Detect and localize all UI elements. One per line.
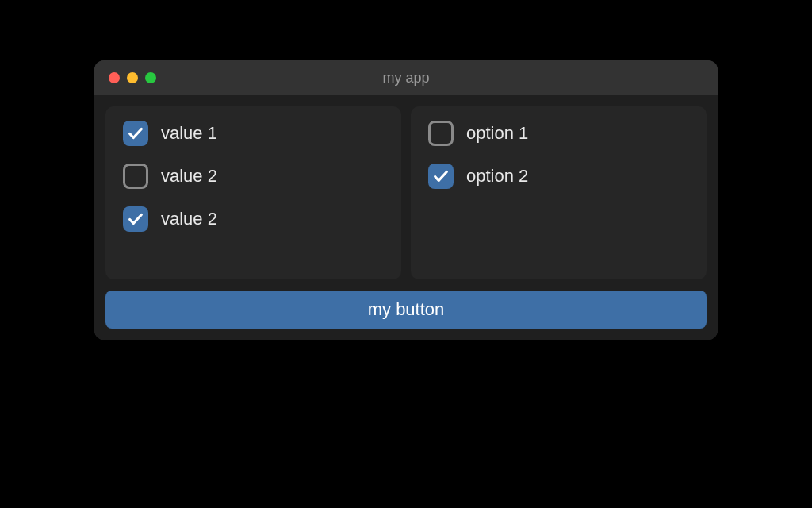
checkbox-icon: [123, 206, 148, 232]
checkbox-value-2b[interactable]: value 2: [123, 206, 384, 232]
checkbox-value-1[interactable]: value 1: [123, 121, 384, 146]
left-panel: value 1 value 2 value 2: [105, 106, 401, 279]
window-title: my app: [94, 70, 718, 87]
checkbox-label: option 1: [466, 123, 528, 144]
right-panel: option 1 option 2: [411, 106, 707, 279]
window-content: value 1 value 2 value 2 option 1: [94, 95, 718, 340]
check-icon: [127, 125, 144, 142]
my-button[interactable]: my button: [105, 291, 707, 329]
check-icon: [127, 210, 144, 228]
app-window: my app value 1 value 2 val: [94, 60, 718, 340]
checkbox-icon: [123, 164, 148, 189]
close-icon[interactable]: [109, 72, 120, 83]
checkbox-label: value 2: [161, 209, 217, 229]
checkbox-option-2[interactable]: option 2: [428, 164, 689, 189]
minimize-icon[interactable]: [127, 72, 138, 83]
checkbox-label: value 1: [161, 123, 217, 144]
checkbox-icon: [123, 121, 148, 146]
maximize-icon[interactable]: [145, 72, 156, 83]
traffic-lights: [109, 72, 156, 83]
panels-container: value 1 value 2 value 2 option 1: [105, 106, 707, 279]
checkbox-label: value 2: [161, 166, 217, 187]
checkbox-icon: [428, 164, 454, 189]
checkbox-value-2a[interactable]: value 2: [123, 164, 384, 189]
check-icon: [432, 167, 450, 185]
checkbox-label: option 2: [466, 166, 528, 187]
titlebar: my app: [94, 60, 718, 95]
checkbox-option-1[interactable]: option 1: [428, 121, 689, 146]
checkbox-icon: [428, 121, 454, 146]
